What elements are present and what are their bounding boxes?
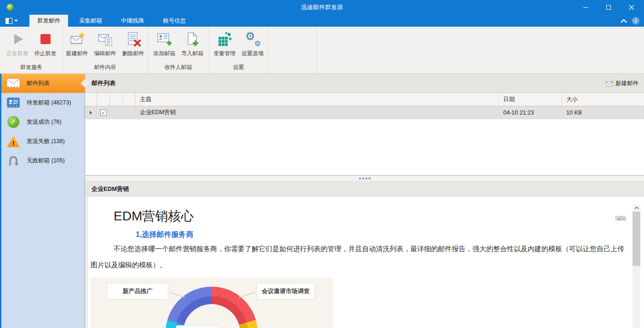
invalid-mailbox-icon (6, 155, 21, 167)
maximize-icon (606, 5, 611, 10)
preview-scrollbar[interactable] (632, 204, 640, 328)
connector-line (169, 292, 184, 298)
page-margin (85, 196, 88, 328)
ribbon-toolbar: 正在群发 停止群发 群发服务 (0, 27, 644, 74)
mail-body-heading: EDM营销核心 (114, 207, 194, 225)
window-title: 迅迪邮件群发器 (0, 0, 644, 15)
tab-mass-send[interactable]: 群发邮件 (29, 15, 68, 27)
collapse-ribbon-button[interactable] (621, 19, 627, 23)
row-checkbox[interactable]: ✓ (100, 109, 107, 116)
close-icon (629, 5, 634, 10)
column-checkbox[interactable] (97, 93, 110, 106)
ribbon-group-mass-send-service: 正在群发 停止群发 群发服务 (0, 27, 63, 73)
preview-panel-header: 企业EDM营销 (85, 181, 644, 196)
edit-mail-icon (98, 31, 113, 47)
add-mailbox-button[interactable]: 添加邮箱 (150, 30, 178, 58)
mail-body-subheading: 1,选择邮件服务商 (136, 230, 193, 240)
donut-chart-illustration (166, 287, 258, 328)
stop-sending-button[interactable]: 停止群发 (32, 30, 59, 58)
sidebar-item-label: 发送失败 (138) (27, 138, 65, 145)
sidebar-item-send-failed[interactable]: ! 发送失败 (138) (1, 132, 85, 151)
new-mail-icon (69, 31, 85, 47)
column-subject[interactable]: 主题 (136, 93, 499, 106)
row-subject: 企业EDM营销 (136, 106, 499, 119)
column-blank-1[interactable] (110, 93, 123, 106)
table-row[interactable]: ✓ 企业EDM营销 04-10 21:23 10 KB (85, 106, 644, 119)
minimize-button[interactable] (574, 0, 597, 15)
sidebar-item-mail-list[interactable]: 邮件列表 (1, 74, 85, 93)
ribbon-group-mail-content: 新建邮件 编辑邮件 (63, 27, 148, 73)
close-button[interactable] (620, 0, 643, 15)
column-row-marker[interactable] (85, 93, 97, 106)
row-date: 04-10 21:23 (499, 106, 562, 119)
mail-table-header: 主题 日期 大小 (85, 93, 644, 106)
splitter-grip-icon (359, 178, 370, 179)
scroll-up-button[interactable] (632, 204, 640, 212)
import-mailbox-icon (184, 31, 200, 47)
delete-mail-button[interactable]: 删除邮件 (120, 30, 147, 58)
variable-manage-button[interactable]: 变量管理 (211, 30, 238, 58)
minimize-icon (583, 7, 588, 8)
ribbon-tabs: 群发邮件 采集邮箱 中继线路 账号信息 (29, 15, 197, 27)
row-size: 10 KB (562, 106, 644, 119)
titlebar: 迅迪邮件群发器 (0, 0, 644, 15)
main-panel: 邮件列表 新建邮件 主题 日期 大小 ✓ 企业EDM (85, 74, 644, 328)
sidebar-item-label: 无效邮箱 (105) (27, 157, 65, 165)
preview-panel-title: 企业EDM营销 (92, 181, 129, 196)
edit-mail-button[interactable]: 编辑邮件 (92, 30, 119, 58)
column-size[interactable]: 大小 (562, 93, 644, 106)
ribbon-tab-bar: 群发邮件 采集邮箱 中继线路 账号信息 i (0, 15, 644, 27)
sidebar-item-pending-mailbox[interactable]: 待发邮箱 (48273) (1, 93, 85, 112)
tab-collect-mailbox[interactable]: 采集邮箱 (71, 15, 110, 27)
mail-body-paragraph: 不论您选择哪一个邮件营销服务商，你需要了解它们是如何进行列表的管理，并且自动清洗… (91, 241, 628, 273)
mail-list-panel-header: 邮件列表 新建邮件 (85, 74, 644, 93)
sidebar-item-invalid-mailbox[interactable]: 无效邮箱 (105) (1, 151, 85, 170)
sidebar-item-send-success[interactable]: ✓ 发送成功 (76) (1, 112, 85, 132)
horizontal-splitter[interactable] (85, 175, 644, 181)
chart-label-right: 会议邀请市场调查 (256, 283, 315, 299)
play-icon (10, 31, 25, 47)
delete-mail-icon (126, 31, 141, 47)
window-panes-icon (6, 18, 12, 24)
sidebar-item-label: 发送成功 (76) (27, 118, 62, 126)
chart-label-left: 新产品推广 (107, 283, 168, 299)
edit-link[interactable]: 编辑 (615, 215, 627, 223)
pending-mailbox-icon (6, 98, 21, 108)
file-menu-button[interactable] (6, 16, 18, 25)
new-mail-button[interactable]: 新建邮件 (63, 30, 91, 58)
settings-options-button[interactable]: ⚙⚙ 设置选项 (239, 30, 266, 58)
column-blank-2[interactable] (123, 93, 136, 106)
mail-body-illustration: 新产品推广 会议邀请市场调查 (91, 277, 333, 328)
sidebar-item-label: 邮件列表 (27, 80, 50, 87)
preview-content: 编辑 EDM营销核心 1,选择邮件服务商 不论您选择哪一个邮件营销服务商，你需要… (85, 196, 644, 328)
scrollbar-thumb[interactable] (632, 212, 640, 266)
send-failed-icon: ! (6, 135, 21, 147)
gears-icon: ⚙⚙ (245, 31, 260, 47)
stop-icon (38, 31, 53, 47)
connector-line (239, 292, 255, 298)
chevron-up-icon (634, 207, 639, 209)
window-controls (574, 0, 643, 15)
tab-relay-line[interactable]: 中继线路 (113, 15, 152, 27)
tabrow-right-icons: i (621, 15, 639, 27)
group-label: 群发服务 (0, 63, 63, 73)
import-mailbox-button[interactable]: 导入邮箱 (178, 30, 206, 58)
variables-cube-icon (217, 31, 232, 47)
chart-label-bottom-partial (176, 325, 219, 328)
new-mail-link[interactable]: 新建邮件 (606, 74, 638, 93)
group-label: 设置 (209, 63, 268, 73)
add-mailbox-icon (156, 31, 172, 47)
sidebar: 邮件列表 待发邮箱 (48273) ✓ 发送成功 (76) (0, 74, 85, 328)
ribbon-group-spacer (268, 27, 317, 73)
maximize-button[interactable] (597, 0, 620, 15)
ribbon-group-recipients: 添加邮箱 导入邮箱 收件人邮箱 (148, 27, 209, 73)
mail-list-icon (6, 78, 21, 88)
sending-button: 正在群发 (4, 30, 31, 58)
column-date[interactable]: 日期 (499, 93, 562, 106)
group-label: 收件人邮箱 (148, 63, 209, 73)
tab-account-info[interactable]: 账号信息 (155, 15, 194, 27)
info-icon[interactable]: i (632, 17, 639, 24)
group-label: 邮件内容 (63, 63, 147, 73)
send-success-icon: ✓ (6, 116, 21, 128)
ribbon-group-settings: 变量管理 ⚙⚙ 设置选项 设置 (209, 27, 268, 73)
